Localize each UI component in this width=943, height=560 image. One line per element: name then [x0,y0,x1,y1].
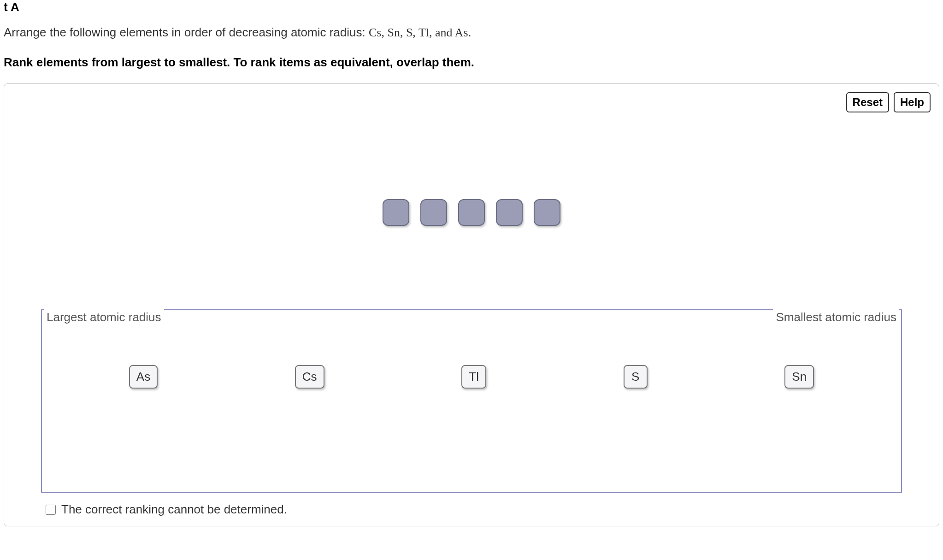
slot-5[interactable] [534,199,560,226]
tile-s[interactable]: S [624,365,648,389]
question-elements: Cs, Sn, S, Tl, and As [369,26,468,39]
question-prefix: Arrange the following elements in order … [4,25,369,39]
slot-3[interactable] [458,199,485,226]
tile-sn[interactable]: Sn [784,365,814,389]
help-button[interactable]: Help [894,92,931,112]
ranking-widget: Reset Help Largest atomic radius Smalles… [4,83,939,526]
placeholder-slots [13,199,930,226]
reset-button[interactable]: Reset [846,92,889,112]
tiles-row: As Cs Tl S Sn [60,365,883,389]
slot-1[interactable] [383,199,409,226]
tile-tl[interactable]: Tl [461,365,486,389]
cannot-determine-row: The correct ranking cannot be determined… [46,502,930,517]
slot-4[interactable] [496,199,523,226]
ranking-instruction: Rank elements from largest to smallest. … [4,55,939,70]
question-suffix: . [468,25,472,39]
cannot-determine-checkbox[interactable] [46,505,56,515]
tile-as[interactable]: As [129,365,158,389]
ranking-drop-area[interactable]: Largest atomic radius Smallest atomic ra… [41,309,902,493]
ranking-right-label: Smallest atomic radius [773,309,899,325]
cannot-determine-label[interactable]: The correct ranking cannot be determined… [61,502,287,517]
question-text: Arrange the following elements in order … [4,24,939,41]
slot-2[interactable] [420,199,447,226]
part-label: t A [4,0,939,14]
ranking-left-label: Largest atomic radius [44,309,164,325]
widget-top-buttons: Reset Help [846,92,931,112]
tile-cs[interactable]: Cs [295,365,324,389]
